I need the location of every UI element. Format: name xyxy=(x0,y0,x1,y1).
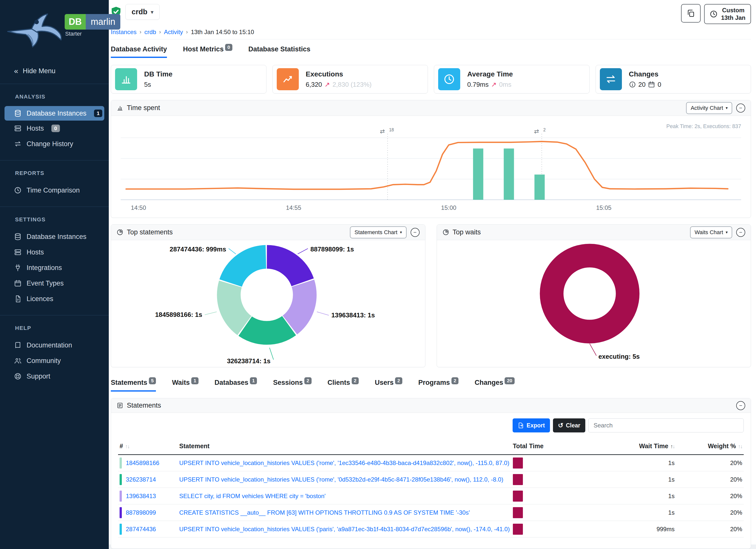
weight-value: 20% xyxy=(676,521,744,537)
card-db-time: DB Time 5s xyxy=(111,65,266,94)
tab-host-metrics[interactable]: Host Metrics0 xyxy=(183,45,232,58)
sidebar-item-hosts[interactable]: Hosts 0 xyxy=(0,121,109,136)
breadcrumb-instances[interactable]: Instances xyxy=(111,29,137,36)
breadcrumb-activity[interactable]: Activity xyxy=(164,29,183,36)
tab-users[interactable]: Users2 xyxy=(375,379,402,392)
statement-sql-link[interactable]: UPSERT INTO vehicle_location_histories V… xyxy=(179,460,509,466)
tab-statements[interactable]: Statements5 xyxy=(111,379,156,392)
col-num[interactable]: #↑↓ xyxy=(118,438,178,455)
waits-chart-dropdown[interactable]: Waits Chart▾ xyxy=(690,226,732,238)
tab-changes[interactable]: Changes20 xyxy=(475,379,514,392)
time-range-button[interactable]: Custom 13th Jan xyxy=(704,4,751,24)
section-title: ANALYSIS xyxy=(0,94,109,100)
tab-sessions[interactable]: Sessions2 xyxy=(273,379,311,392)
statements-chart-dropdown[interactable]: Statements Chart▾ xyxy=(350,226,406,238)
average-time-value: 0.79ms ↗ 0ms xyxy=(467,81,513,88)
chevron-down-icon: ▾ xyxy=(400,230,402,235)
table-row: 287474436 UPSERT INTO vehicle_location_h… xyxy=(118,521,744,537)
search-input[interactable] xyxy=(588,418,744,432)
tab-clients[interactable]: Clients2 xyxy=(328,379,359,392)
statement-color-chip xyxy=(120,474,122,485)
wait-time-value: 1s xyxy=(582,504,676,521)
export-file-icon xyxy=(518,422,524,429)
brand-name: marlin xyxy=(86,14,120,30)
statement-sql-link[interactable]: UPSERT INTO vehicle_location_histories V… xyxy=(179,476,503,483)
activity-chart-dropdown[interactable]: Activity Chart▾ xyxy=(686,102,732,114)
bar-chart-icon xyxy=(117,105,123,111)
svg-text:15:00: 15:00 xyxy=(441,204,456,211)
sidebar-item-integrations[interactable]: Integrations xyxy=(0,260,109,276)
metric-cards: DB Time 5s Executions 6,320 ↗ 2,830 (123… xyxy=(111,65,751,94)
tab-programs[interactable]: Programs2 xyxy=(418,379,459,392)
breadcrumb-crdb[interactable]: crdb xyxy=(144,29,156,36)
sidebar-item-time-comparison[interactable]: Time Comparison xyxy=(0,182,109,198)
export-button[interactable]: Export xyxy=(513,418,550,432)
wait-time-value: 999ms xyxy=(582,521,676,537)
collapse-icon[interactable]: − xyxy=(411,228,420,237)
statement-id-link[interactable]: 887898099 xyxy=(126,509,156,516)
sidebar-item-licences[interactable]: Licences xyxy=(0,291,109,307)
marlin-logo-icon xyxy=(6,6,63,52)
top-statements-chart: 887898099: 1s139638413: 1s326238714: 1s1… xyxy=(111,240,425,367)
undo-icon: ↺ xyxy=(558,422,563,429)
sidebar-item-community[interactable]: Community xyxy=(0,353,109,369)
plug-icon xyxy=(14,264,22,271)
statement-id-link[interactable]: 326238714 xyxy=(126,476,156,483)
chevrons-left-icon: « xyxy=(14,67,18,75)
sidebar-item-change-history[interactable]: Change History xyxy=(0,136,109,152)
sidebar-item-database-instances[interactable]: Database Instances 1 xyxy=(5,106,104,121)
section-title: REPORTS xyxy=(0,170,109,176)
statement-sql-link[interactable]: SELECT city, id FROM vehicles WHERE city… xyxy=(179,493,326,499)
total-time-bar xyxy=(513,457,523,469)
chevron-down-icon: ▾ xyxy=(151,9,153,15)
chevron-down-icon: ▾ xyxy=(726,106,728,110)
statement-id-link[interactable]: 1845898166 xyxy=(126,460,159,467)
book-icon xyxy=(14,341,22,349)
card-changes: Changes 20 0 xyxy=(596,65,751,94)
logo-block[interactable]: DB marlin Starter xyxy=(0,0,109,60)
svg-text:326238714: 1s: 326238714: 1s xyxy=(227,357,270,364)
table-row: 139638413 SELECT city, id FROM vehicles … xyxy=(118,488,744,504)
sidebar-item-event-types[interactable]: Event Types xyxy=(0,276,109,291)
time-spent-header: Time spent Activity Chart▾ − xyxy=(111,100,751,116)
waits-donut-chart: executing: 5s xyxy=(437,240,751,367)
sidebar-item-support[interactable]: Support xyxy=(0,369,109,384)
tab-waits[interactable]: Waits1 xyxy=(172,379,199,392)
collapse-icon[interactable]: − xyxy=(736,104,745,113)
sidebar-item-settings-database-instances[interactable]: Database Instances xyxy=(0,229,109,244)
col-statement[interactable]: Statement xyxy=(178,438,511,455)
sidebar-section-settings: SETTINGS Database Instances Hosts Integr… xyxy=(0,207,109,315)
clear-button[interactable]: ↺ Clear xyxy=(553,418,585,432)
tab-database-statistics[interactable]: Database Statistics xyxy=(248,45,311,58)
copy-link-button[interactable] xyxy=(681,4,701,23)
svg-text:⇄: ⇄ xyxy=(534,128,539,135)
col-weight[interactable]: Weight %↑↓ xyxy=(676,438,744,455)
breadcrumb-time-range: 13th Jan 14:50 to 15:10 xyxy=(191,29,254,36)
statement-id-link[interactable]: 139638413 xyxy=(126,493,156,500)
tab-database-activity[interactable]: Database Activity xyxy=(111,45,167,58)
sidebar-item-documentation[interactable]: Documentation xyxy=(0,337,109,353)
statement-id-link[interactable]: 287474436 xyxy=(126,526,156,533)
up-arrow-icon: ↗ xyxy=(491,81,497,88)
svg-text:14:50: 14:50 xyxy=(131,204,146,211)
weight-value: 20% xyxy=(676,455,744,471)
hide-menu-button[interactable]: « Hide Menu xyxy=(0,60,109,84)
info-icon xyxy=(629,81,636,88)
collapse-icon[interactable]: − xyxy=(736,228,745,237)
svg-text:1845898166: 1s: 1845898166: 1s xyxy=(155,311,202,318)
statement-sql-link[interactable]: UPSERT INTO vehicle_location_histories V… xyxy=(179,526,510,532)
time-spent-panel: Time spent Activity Chart▾ − 14:5014:551… xyxy=(111,100,751,218)
tab-databases[interactable]: Databases1 xyxy=(215,379,257,392)
pie-chart-icon xyxy=(117,229,123,236)
statement-sql-link[interactable]: CREATE STATISTICS __auto__ FROM [63] WIT… xyxy=(179,509,470,516)
sidebar-item-settings-hosts[interactable]: Hosts xyxy=(0,244,109,260)
svg-text:executing: 5s: executing: 5s xyxy=(598,353,640,360)
table-header-row: #↑↓ Statement Total Time Wait Time↑↓ Wei… xyxy=(118,438,744,455)
collapse-icon[interactable]: − xyxy=(736,401,745,410)
total-time-bar xyxy=(513,524,523,535)
svg-text:18: 18 xyxy=(389,127,394,132)
col-total-time[interactable]: Total Time xyxy=(511,438,582,455)
database-icon xyxy=(14,110,22,117)
instance-selector[interactable]: crdb ▾ xyxy=(125,4,160,20)
col-wait-time[interactable]: Wait Time↑↓ xyxy=(582,438,676,455)
